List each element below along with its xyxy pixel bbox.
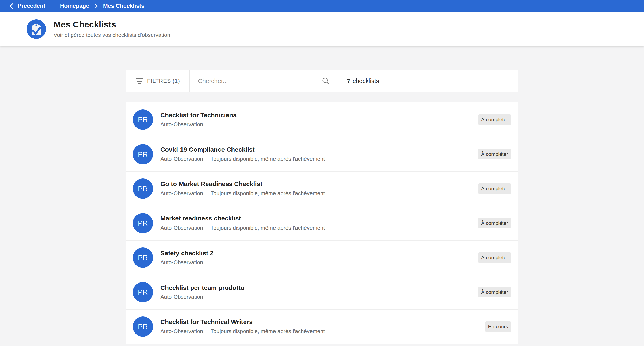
toolbar-card: FILTRES (1) 7 checklists <box>126 70 518 92</box>
status-badge: À compléter <box>478 183 512 194</box>
checklist-row[interactable]: PR Checklist per team prodotto Auto-Obse… <box>126 275 518 309</box>
checklist-title: Market readiness checklist <box>160 215 325 222</box>
row-texts: Checklist for Technicians Auto-Observati… <box>160 112 236 128</box>
search-icon[interactable] <box>322 77 330 85</box>
status-badge: À compléter <box>478 252 512 263</box>
count-number: 7 <box>347 78 350 84</box>
avatar: PR <box>133 213 153 233</box>
avatar: PR <box>133 282 153 302</box>
row-texts: Safety checklist 2 Auto-Observation <box>160 250 214 266</box>
avatar-initials: PR <box>138 116 148 124</box>
status-badge: À compléter <box>478 114 512 125</box>
checklist-row[interactable]: PR Go to Market Readiness Checklist Auto… <box>126 171 518 206</box>
search-input[interactable] <box>190 70 339 92</box>
checklist-title: Checklist per team prodotto <box>160 284 244 291</box>
checklist-type: Auto-Observation <box>160 225 203 231</box>
avatar-initials: PR <box>138 288 148 296</box>
status-badge: À compléter <box>478 287 512 298</box>
checklist-title: Covid-19 Compliance Checklist <box>160 146 325 153</box>
page-subtitle: Voir et gérez toutes vos checklists d'ob… <box>54 32 170 38</box>
avatar: PR <box>133 110 153 130</box>
checklist-subtitle: Auto-Observation Toujours disponible, mê… <box>160 156 325 163</box>
checklist-row[interactable]: PR Covid-19 Compliance Checklist Auto-Ob… <box>126 137 518 171</box>
row-texts: Market readiness checklist Auto-Observat… <box>160 215 325 232</box>
avatar-initials: PR <box>138 254 148 262</box>
row-texts: Checklist for Technical Writers Auto-Obs… <box>160 318 325 335</box>
avatar: PR <box>133 178 153 199</box>
checklist-title: Safety checklist 2 <box>160 250 214 257</box>
breadcrumb: Homepage Mes Checklists <box>60 3 144 9</box>
checklist-type: Auto-Observation <box>160 259 203 266</box>
filters-label: FILTRES (1) <box>147 78 180 84</box>
checklist-type: Auto-Observation <box>160 121 203 128</box>
checklist-availability: Toujours disponible, même après l'achève… <box>210 156 325 162</box>
filters-button[interactable]: FILTRES (1) <box>126 70 190 92</box>
checklist-subtitle: Auto-Observation <box>160 121 236 128</box>
avatar-initials: PR <box>138 150 148 158</box>
topbar-divider <box>53 0 54 12</box>
subtitle-divider <box>206 156 207 163</box>
avatar: PR <box>133 248 153 268</box>
chevron-right-icon <box>94 4 98 9</box>
breadcrumb-homepage[interactable]: Homepage <box>60 3 89 9</box>
subtitle-divider <box>206 328 207 335</box>
breadcrumb-current: Mes Checklists <box>103 3 144 9</box>
avatar-initials: PR <box>138 219 148 227</box>
checklist-subtitle: Auto-Observation <box>160 294 244 300</box>
status-badge: En cours <box>485 321 512 332</box>
clipboard-check-icon <box>26 20 46 39</box>
checklist-row[interactable]: PR Checklist for Technicians Auto-Observ… <box>126 102 518 137</box>
page-title: Mes Checklists <box>54 20 170 29</box>
row-texts: Checklist per team prodotto Auto-Observa… <box>160 284 244 300</box>
back-label: Précédent <box>18 3 45 9</box>
checklist-title: Checklist for Technical Writers <box>160 318 325 326</box>
topbar: Précédent Homepage Mes Checklists <box>0 0 644 12</box>
header-texts: Mes Checklists Voir et gérez toutes vos … <box>54 20 170 38</box>
checklist-count: 7 checklists <box>339 70 518 92</box>
checklist-row[interactable]: PR Market readiness checklist Auto-Obser… <box>126 206 518 240</box>
checklist-row[interactable]: PR Safety checklist 2 Auto-Observation À… <box>126 240 518 275</box>
checklist-subtitle: Auto-Observation <box>160 259 214 266</box>
avatar: PR <box>133 144 153 164</box>
checklist-availability: Toujours disponible, même après l'achève… <box>210 328 325 334</box>
checklist-type: Auto-Observation <box>160 156 203 162</box>
checklist-type: Auto-Observation <box>160 294 203 300</box>
checklist-subtitle: Auto-Observation Toujours disponible, mê… <box>160 328 325 335</box>
page-header: Mes Checklists Voir et gérez toutes vos … <box>0 12 644 46</box>
search-area <box>190 70 339 92</box>
row-texts: Go to Market Readiness Checklist Auto-Ob… <box>160 180 325 197</box>
checklist-availability: Toujours disponible, même après l'achève… <box>210 225 325 231</box>
checklist-availability: Toujours disponible, même après l'achève… <box>210 190 325 197</box>
checklist-list: PR Checklist for Technicians Auto-Observ… <box>126 102 518 344</box>
checklist-type: Auto-Observation <box>160 328 203 334</box>
avatar: PR <box>133 316 153 337</box>
checklist-subtitle: Auto-Observation Toujours disponible, mê… <box>160 224 325 232</box>
status-badge: À compléter <box>478 149 512 160</box>
chevron-left-icon <box>9 3 14 9</box>
back-button[interactable]: Précédent <box>9 3 45 9</box>
row-texts: Covid-19 Compliance Checklist Auto-Obser… <box>160 146 325 163</box>
checklist-type: Auto-Observation <box>160 190 203 197</box>
avatar-initials: PR <box>138 184 148 193</box>
checklist-title: Go to Market Readiness Checklist <box>160 180 325 188</box>
subtitle-divider <box>206 224 207 232</box>
filter-icon <box>136 78 143 84</box>
checklist-row[interactable]: PR Checklist for Technical Writers Auto-… <box>126 309 518 344</box>
status-badge: À compléter <box>478 218 512 228</box>
main-content: FILTRES (1) 7 checklists PR Checklist fo… <box>0 70 644 344</box>
count-label: checklists <box>352 78 379 84</box>
checklist-title: Checklist for Technicians <box>160 112 236 119</box>
checklist-subtitle: Auto-Observation Toujours disponible, mê… <box>160 190 325 197</box>
subtitle-divider <box>206 190 207 197</box>
avatar-initials: PR <box>138 322 148 331</box>
